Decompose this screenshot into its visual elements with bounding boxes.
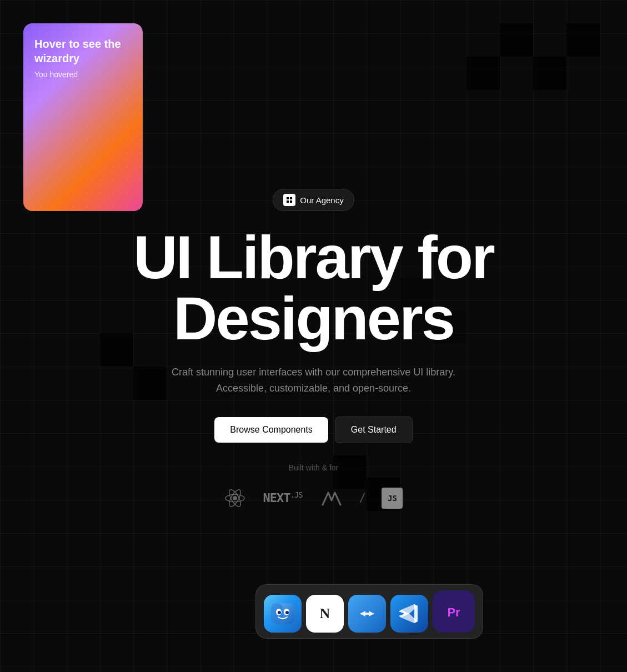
svg-text:Pr: Pr xyxy=(447,605,460,619)
svg-text:N: N xyxy=(319,605,330,621)
built-with-label: Built with & for xyxy=(289,463,338,472)
agency-badge-label: Our Agency xyxy=(300,195,343,205)
dock-notion-icon[interactable]: N xyxy=(306,595,344,633)
nextjs-logo: NEXT.JS xyxy=(263,490,303,505)
svg-rect-12 xyxy=(365,613,369,615)
dock-finder-icon[interactable] xyxy=(264,595,302,633)
dock-premiere-icon[interactable]: Pr xyxy=(433,590,475,633)
main-content: Our Agency UI Library for Designers Craf… xyxy=(0,189,627,509)
nextjs-text: NEXT.JS xyxy=(263,490,303,505)
tech-logos-row: NEXT.JS / JS xyxy=(224,488,403,509)
slash-logo: / xyxy=(360,490,364,506)
svg-point-0 xyxy=(233,496,237,500)
hover-card[interactable]: Hover to see the wizardry You hovered xyxy=(23,23,143,211)
get-started-button[interactable]: Get Started xyxy=(335,417,413,443)
agency-badge[interactable]: Our Agency xyxy=(273,189,354,211)
hero-title: UI Library for Designers xyxy=(36,227,591,349)
svg-point-8 xyxy=(278,611,281,614)
motion-logo xyxy=(320,490,343,506)
hover-card-subtitle: You hovered xyxy=(34,70,132,79)
buttons-row: Browse Components Get Started xyxy=(214,417,412,443)
agency-badge-icon xyxy=(283,194,295,206)
react-logo xyxy=(224,488,245,509)
dock-lasso-icon[interactable] xyxy=(348,595,386,633)
hero-subtitle: Craft stunning user interfaces with our … xyxy=(158,364,469,397)
browse-components-button[interactable]: Browse Components xyxy=(214,417,328,443)
dock: N Pr xyxy=(255,584,483,639)
js-logo: JS xyxy=(382,488,403,509)
dock-vscode-icon[interactable] xyxy=(390,595,428,633)
hover-card-title: Hover to see the wizardry xyxy=(34,37,132,66)
svg-point-9 xyxy=(285,611,289,614)
